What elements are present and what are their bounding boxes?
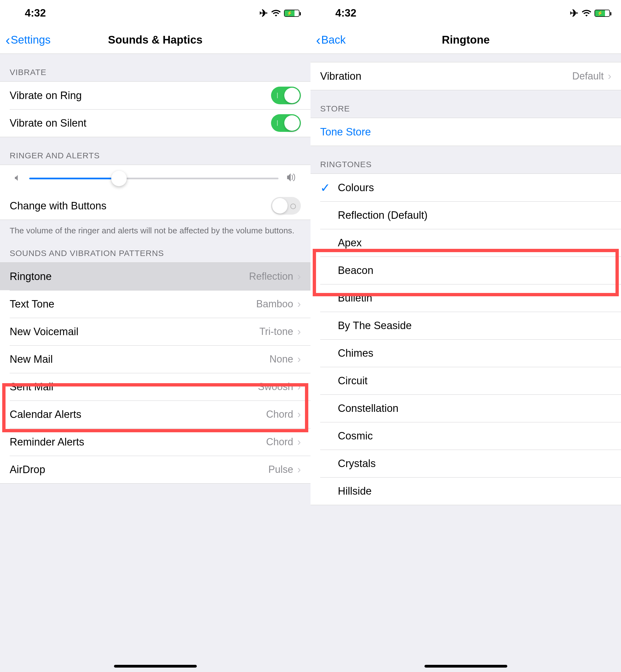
row-vibration[interactable]: Vibration Default › [310,62,621,90]
ringtone-chimes[interactable]: Chimes [310,339,621,367]
cell-label: Tone Store [320,126,611,138]
row-reminder-alerts[interactable]: Reminder Alerts Chord › [0,428,310,456]
wifi-icon [582,7,591,19]
cell-label: AirDrop [10,464,268,476]
ringtone-label: Constellation [338,402,611,414]
status-time: 4:32 [322,7,570,19]
row-vibrate-on-silent[interactable]: Vibrate on Silent [0,109,310,137]
status-bar: 4:32 ✈︎ ⚡ [0,0,310,26]
row-calendar-alerts[interactable]: Calendar Alerts Chord › [0,401,310,428]
ringtone-label: Reflection (Default) [338,209,611,221]
nav-bar: ‹ Back Ringtone [310,26,621,54]
chevron-right-icon: › [297,326,301,338]
speaker-low-icon [14,174,21,184]
ringtone-cosmic[interactable]: Cosmic [310,422,621,450]
ringtone-bulletin[interactable]: Bulletin [310,284,621,312]
ringtone-label: Chimes [338,347,611,359]
back-label: Back [321,34,346,46]
chevron-right-icon: › [608,70,611,82]
ringtone-beacon[interactable]: Beacon [310,257,621,284]
ringtone-label: Hillside [338,485,611,497]
slider-thumb[interactable] [111,171,127,186]
cell-label: Vibrate on Silent [10,117,271,129]
section-header-store: STORE [310,90,621,118]
ringtone-by-the-seaside[interactable]: By The Seaside [310,312,621,339]
cell-label: Ringtone [10,271,249,282]
ringtone-colours[interactable]: ✓ Colours [310,174,621,201]
cell-label: Vibration [320,70,572,82]
chevron-left-icon: ‹ [5,32,10,48]
chevron-left-icon: ‹ [316,32,321,48]
volume-slider-row [0,165,310,192]
ringtone-label: Bulletin [338,292,611,304]
cell-label: Text Tone [10,298,256,310]
row-tone-store[interactable]: Tone Store [310,118,621,146]
row-new-voicemail[interactable]: New Voicemail Tri-tone › [0,318,310,345]
ringtone-constellation[interactable]: Constellation [310,395,621,422]
cell-value: Tri-tone [259,326,293,338]
status-bar: 4:32 ✈︎ ⚡ [310,0,621,26]
row-airdrop[interactable]: AirDrop Pulse › [0,456,310,483]
wifi-icon [271,7,281,19]
cell-label: New Voicemail [10,326,259,338]
cell-value: Swoosh [258,381,293,393]
cell-label: Vibrate on Ring [10,90,271,101]
battery-icon: ⚡ [594,10,610,17]
speaker-high-icon [287,173,297,184]
section-header-sounds: SOUNDS AND VIBRATION PATTERNS [0,239,310,262]
nav-bar: ‹ Settings Sounds & Haptics [0,26,310,54]
toggle-change-buttons[interactable] [271,197,301,215]
chevron-right-icon: › [297,436,301,448]
section-header-ringtones: RINGTONES [310,146,621,174]
section-header-ringer: RINGER AND ALERTS [0,137,310,165]
cell-label: Calendar Alerts [10,409,266,420]
airplane-icon: ✈︎ [570,7,579,19]
ringtone-crystals[interactable]: Crystals [310,450,621,477]
back-button[interactable]: ‹ Settings [5,32,77,48]
footer-volume-note: The volume of the ringer and alerts will… [0,220,310,239]
row-vibrate-on-ring[interactable]: Vibrate on Ring [0,82,310,109]
checkmark-icon: ✓ [320,181,338,195]
row-new-mail[interactable]: New Mail None › [0,345,310,373]
volume-slider[interactable] [29,178,279,179]
toggle-vibrate-silent[interactable] [271,114,301,132]
chevron-right-icon: › [297,298,301,310]
row-ringtone[interactable]: Ringtone Reflection › [0,263,310,290]
chevron-right-icon: › [297,464,301,476]
cell-value: Bamboo [256,298,293,310]
chevron-right-icon: › [297,271,301,282]
cell-label: Reminder Alerts [10,436,266,448]
section-header-vibrate: VIBRATE [0,54,310,81]
chevron-right-icon: › [297,381,301,393]
back-label: Settings [11,34,51,46]
row-sent-mail[interactable]: Sent Mail Swoosh › [0,373,310,401]
cell-value: Default [572,70,604,82]
row-text-tone[interactable]: Text Tone Bamboo › [0,290,310,318]
battery-icon: ⚡ [284,10,299,17]
toggle-vibrate-ring[interactable] [271,87,301,104]
chevron-right-icon: › [297,353,301,365]
home-indicator[interactable] [424,665,507,668]
cell-value: Chord [266,436,293,448]
ringtone-circuit[interactable]: Circuit [310,367,621,395]
ringtone-reflection[interactable]: Reflection (Default) [310,201,621,229]
cell-value: Chord [266,409,293,420]
back-button[interactable]: ‹ Back [316,32,388,48]
cell-label: Change with Buttons [10,200,271,212]
ringtone-apex[interactable]: Apex [310,229,621,257]
ringtone-label: Beacon [338,265,611,276]
ringtone-label: Crystals [338,458,611,469]
screen-sounds-haptics: 4:32 ✈︎ ⚡ ‹ Settings Sounds & Haptics VI… [0,0,310,672]
chevron-right-icon: › [297,409,301,420]
ringtone-label: Cosmic [338,430,611,442]
cell-value: None [270,353,293,365]
home-indicator[interactable] [114,665,197,668]
row-change-with-buttons[interactable]: Change with Buttons [0,192,310,220]
ringtone-hillside[interactable]: Hillside [310,477,621,505]
screen-ringtone: 4:32 ✈︎ ⚡ ‹ Back Ringtone Vibration Defa… [310,0,621,672]
airplane-icon: ✈︎ [259,7,268,19]
ringtone-label: By The Seaside [338,320,611,331]
status-time: 4:32 [11,7,259,19]
cell-value: Pulse [268,464,293,475]
cell-label: New Mail [10,353,270,365]
